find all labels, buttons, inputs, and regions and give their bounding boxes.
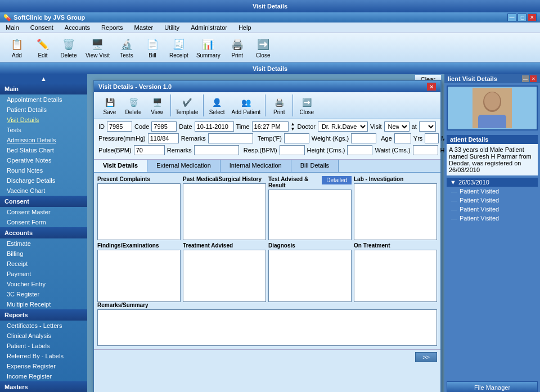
menu-administrator[interactable]: Administrator	[188, 24, 230, 31]
sidebar-item-tests[interactable]: Tests	[0, 125, 87, 135]
sidebar-item-payment[interactable]: Payment	[0, 269, 87, 279]
tab-visit-details[interactable]: Visit Details	[94, 160, 147, 172]
on-treatment-textarea[interactable]	[354, 250, 437, 302]
tab-external-medication[interactable]: External Medication	[147, 160, 220, 172]
menu-consent[interactable]: Consent	[28, 24, 56, 31]
toolbar-print-button[interactable]: 🖨️ Print	[225, 35, 250, 60]
present-complaints-textarea[interactable]	[97, 183, 181, 240]
remarks-textarea[interactable]	[97, 309, 437, 346]
dialog-select-button[interactable]: 👤 Select	[206, 94, 228, 116]
sidebar-item-bed-status-chart[interactable]: Bed Status Chart	[0, 145, 87, 155]
findings-examinations-textarea[interactable]	[97, 250, 181, 302]
menu-utility[interactable]: Utility	[162, 24, 182, 31]
time-stepper-up[interactable]: ▲▼	[291, 121, 295, 132]
close-window-button[interactable]: ✕	[528, 13, 537, 21]
dialog-template-button[interactable]: ✔️ Template	[173, 94, 201, 116]
sidebar-item-consent-master[interactable]: Consent Master	[0, 207, 87, 217]
sidebar-item-voucher-entry[interactable]: Voucher Entry	[0, 279, 87, 289]
dialog-add-patient-button[interactable]: 👥 Add Patient	[230, 94, 263, 116]
menu-reports[interactable]: Reports	[99, 24, 125, 31]
id-input[interactable]	[107, 121, 132, 132]
panel-minimize-button[interactable]: —	[522, 75, 529, 82]
treatment-advised-textarea[interactable]	[183, 250, 266, 302]
sidebar-item-discharge-details[interactable]: Discharge Details	[0, 175, 87, 186]
sidebar-item-consent-form[interactable]: Consent Form	[0, 217, 87, 227]
menu-master[interactable]: Master	[132, 24, 156, 31]
dialog-save-button[interactable]: 💾 Save	[98, 94, 121, 116]
menu-accounts[interactable]: Accounts	[62, 24, 92, 31]
doctor-select[interactable]: Dr. R.k.Dave	[318, 121, 368, 132]
sidebar-section-reports[interactable]: Reports	[0, 309, 87, 321]
toolbar-view-visit-button[interactable]: 🖥️ View Visit	[82, 35, 113, 60]
sidebar-item-visit-details[interactable]: Visit Details	[0, 115, 87, 125]
pressure-input[interactable]	[148, 133, 179, 143]
minimize-button[interactable]: —	[507, 13, 516, 21]
nav-button[interactable]: >>	[415, 352, 437, 362]
sidebar-item-patient-details[interactable]: Patient Details	[0, 105, 87, 115]
file-manager-button[interactable]: File Manager	[447, 381, 538, 392]
remarks1-input[interactable]	[208, 133, 253, 143]
toolbar-add-button[interactable]: 📋 Add	[4, 35, 29, 60]
sidebar-item-multiple-receipt[interactable]: Multiple Receipt	[0, 299, 87, 309]
sidebar-item-3c-register[interactable]: 3C Register	[0, 289, 87, 299]
weight-input[interactable]	[351, 133, 376, 143]
age-input[interactable]	[394, 133, 411, 143]
resp-input[interactable]	[280, 145, 305, 155]
sidebar-item-patient-labels[interactable]: Patient - Labels	[0, 341, 87, 351]
sidebar-item-certificates-letters[interactable]: Certificates - Letters	[0, 321, 87, 331]
date-input[interactable]	[195, 121, 234, 132]
dialog-print-button[interactable]: 🖨️ Print	[268, 94, 290, 116]
sidebar-item-vaccine-chart[interactable]: Vaccine Chart	[0, 186, 87, 196]
sidebar-item-operative-notes[interactable]: Operative Notes	[0, 155, 87, 165]
menu-help[interactable]: Help	[236, 24, 254, 31]
visit-select[interactable]: New	[384, 121, 410, 132]
pulse-input[interactable]	[134, 145, 165, 155]
past-medical-textarea[interactable]	[183, 183, 266, 240]
detailed-button[interactable]: Detailed	[322, 176, 352, 184]
sidebar-section-consent[interactable]: Consent	[0, 196, 87, 207]
sidebar-item-appointment-details[interactable]: Appointment Details	[0, 94, 87, 105]
sidebar-item-estimate[interactable]: Estimate	[0, 238, 87, 249]
sidebar-item-income-register[interactable]: Income Register	[0, 371, 87, 381]
toolbar-delete-button[interactable]: 🗑️ Delete	[56, 35, 81, 60]
dialog-close-button[interactable]: ✕	[427, 83, 436, 91]
lab-investigation-textarea[interactable]	[354, 183, 437, 240]
panel-close-button[interactable]: ✕	[530, 75, 537, 82]
at-select[interactable]	[419, 121, 436, 132]
dialog-view-button[interactable]: 🖥️ View	[146, 94, 168, 116]
sidebar-item-clinical-analysis[interactable]: Clinical Analysis	[0, 331, 87, 341]
sidebar-item-billing[interactable]: Billing	[0, 249, 87, 259]
sidebar-item-referred-by-labels[interactable]: Referred By - Labels	[0, 351, 87, 361]
code-input[interactable]	[151, 121, 177, 132]
dialog-close-btn2[interactable]: ➡️ Close	[295, 94, 318, 116]
sidebar-section-accounts[interactable]: Accounts	[0, 227, 87, 238]
time-input[interactable]	[252, 121, 289, 132]
sidebar-section-main[interactable]: Main	[0, 83, 87, 94]
mths-input[interactable]	[425, 133, 439, 143]
restore-button[interactable]: ◻	[518, 13, 526, 21]
menu-main[interactable]: Main	[3, 24, 21, 31]
sidebar-item-expense-register[interactable]: Expense Register	[0, 361, 87, 371]
dialog-delete-button[interactable]: 🗑️ Delete	[122, 94, 145, 116]
sidebar-scroll-up[interactable]: ▲	[0, 74, 87, 83]
remarks2-input[interactable]	[194, 145, 239, 155]
toolbar-bill-button[interactable]: 📄 Bill	[140, 35, 165, 60]
diagnosis-textarea[interactable]	[268, 250, 352, 302]
toolbar-edit-button[interactable]: ✏️ Edit	[30, 35, 55, 60]
temp-input[interactable]	[284, 133, 309, 143]
bill-icon: 📄	[145, 37, 160, 52]
tab-bill-details[interactable]: Bill Details	[291, 160, 339, 172]
sidebar-item-admission-details[interactable]: Admission Details	[0, 135, 87, 145]
sidebar-item-round-notes[interactable]: Round Notes	[0, 165, 87, 175]
test-advised-textarea[interactable]	[268, 190, 352, 240]
toolbar-close-button[interactable]: ➡️ Close	[251, 35, 276, 60]
waist-input[interactable]	[413, 145, 438, 155]
height-input[interactable]	[347, 145, 372, 155]
history-collapse-icon[interactable]: ▼	[450, 179, 456, 186]
sidebar-item-receipt[interactable]: Receipt	[0, 259, 87, 269]
tab-internal-medication[interactable]: Internal Medication	[220, 160, 291, 172]
toolbar-tests-button[interactable]: 🔬 Tests	[114, 35, 139, 60]
toolbar-receipt-button[interactable]: 🧾 Receipt	[166, 35, 192, 60]
sidebar-section-masters[interactable]: Masters	[0, 381, 87, 392]
toolbar-summary-button[interactable]: 📊 Summary	[193, 35, 224, 60]
